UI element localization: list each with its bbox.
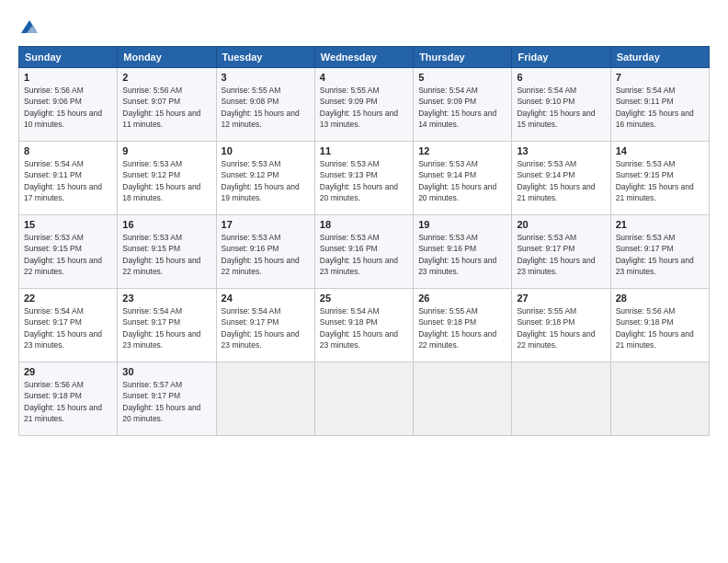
daylight-text: Daylight: 15 hours and 18 minutes. bbox=[122, 182, 200, 202]
day-info: Sunrise: 5:54 AM Sunset: 9:17 PM Dayligh… bbox=[122, 305, 210, 350]
calendar-cell: 25 Sunrise: 5:54 AM Sunset: 9:18 PM Dayl… bbox=[314, 289, 413, 362]
sunrise-text: Sunrise: 5:56 AM bbox=[616, 306, 676, 316]
weekday-header-saturday: Saturday bbox=[610, 47, 709, 68]
day-number: 4 bbox=[320, 72, 408, 83]
day-info: Sunrise: 5:54 AM Sunset: 9:17 PM Dayligh… bbox=[24, 305, 112, 350]
sunset-text: Sunset: 9:13 PM bbox=[320, 170, 378, 179]
day-info: Sunrise: 5:55 AM Sunset: 9:09 PM Dayligh… bbox=[320, 85, 408, 130]
daylight-text: Daylight: 15 hours and 23 minutes. bbox=[418, 256, 496, 276]
calendar-cell: 10 Sunrise: 5:53 AM Sunset: 9:12 PM Dayl… bbox=[216, 142, 314, 215]
sunrise-text: Sunrise: 5:53 AM bbox=[616, 159, 676, 168]
sunrise-text: Sunrise: 5:54 AM bbox=[320, 306, 380, 316]
sunrise-text: Sunrise: 5:57 AM bbox=[122, 380, 182, 389]
calendar-cell bbox=[414, 362, 512, 436]
sunset-text: Sunset: 9:15 PM bbox=[616, 170, 674, 179]
calendar-cell bbox=[610, 362, 709, 436]
daylight-text: Daylight: 15 hours and 20 minutes. bbox=[320, 182, 398, 202]
sunrise-text: Sunrise: 5:53 AM bbox=[222, 159, 281, 168]
day-number: 10 bbox=[222, 145, 310, 156]
calendar-cell: 3 Sunrise: 5:55 AM Sunset: 9:08 PM Dayli… bbox=[216, 68, 314, 142]
day-number: 24 bbox=[222, 293, 310, 304]
calendar-cell: 5 Sunrise: 5:54 AM Sunset: 9:09 PM Dayli… bbox=[414, 68, 512, 142]
calendar-week-row: 1 Sunrise: 5:56 AM Sunset: 9:06 PM Dayli… bbox=[19, 68, 710, 142]
daylight-text: Daylight: 15 hours and 20 minutes. bbox=[122, 403, 200, 423]
daylight-text: Daylight: 15 hours and 13 minutes. bbox=[320, 109, 398, 129]
day-info: Sunrise: 5:53 AM Sunset: 9:17 PM Dayligh… bbox=[517, 232, 605, 277]
calendar-week-row: 29 Sunrise: 5:56 AM Sunset: 9:18 PM Dayl… bbox=[19, 362, 710, 436]
logo bbox=[18, 17, 40, 37]
daylight-text: Daylight: 15 hours and 22 minutes. bbox=[222, 256, 300, 276]
day-number: 9 bbox=[122, 145, 210, 156]
sunset-text: Sunset: 9:16 PM bbox=[418, 244, 476, 253]
day-info: Sunrise: 5:53 AM Sunset: 9:16 PM Dayligh… bbox=[222, 232, 310, 277]
day-number: 29 bbox=[24, 366, 112, 377]
calendar-cell bbox=[216, 362, 314, 436]
calendar-cell: 8 Sunrise: 5:54 AM Sunset: 9:11 PM Dayli… bbox=[19, 142, 118, 215]
sunset-text: Sunset: 9:18 PM bbox=[24, 391, 82, 400]
day-info: Sunrise: 5:56 AM Sunset: 9:18 PM Dayligh… bbox=[616, 305, 704, 350]
sunset-text: Sunset: 9:17 PM bbox=[122, 317, 180, 327]
sunset-text: Sunset: 9:09 PM bbox=[418, 97, 476, 106]
day-info: Sunrise: 5:54 AM Sunset: 9:11 PM Dayligh… bbox=[24, 158, 112, 203]
sunset-text: Sunset: 9:12 PM bbox=[222, 170, 279, 179]
daylight-text: Daylight: 15 hours and 23 minutes. bbox=[222, 329, 300, 350]
sunset-text: Sunset: 9:18 PM bbox=[517, 317, 574, 327]
daylight-text: Daylight: 15 hours and 15 minutes. bbox=[517, 109, 595, 129]
sunset-text: Sunset: 9:14 PM bbox=[418, 170, 476, 179]
day-info: Sunrise: 5:55 AM Sunset: 9:18 PM Dayligh… bbox=[517, 305, 605, 350]
calendar-cell: 14 Sunrise: 5:53 AM Sunset: 9:15 PM Dayl… bbox=[610, 142, 709, 215]
daylight-text: Daylight: 15 hours and 10 minutes. bbox=[24, 109, 102, 129]
calendar-cell bbox=[314, 362, 413, 436]
sunset-text: Sunset: 9:17 PM bbox=[24, 317, 82, 327]
sunrise-text: Sunrise: 5:55 AM bbox=[517, 306, 576, 316]
weekday-header-thursday: Thursday bbox=[414, 47, 512, 68]
header bbox=[18, 17, 710, 37]
logo-icon bbox=[19, 17, 40, 37]
sunrise-text: Sunrise: 5:54 AM bbox=[122, 306, 182, 316]
sunrise-text: Sunrise: 5:53 AM bbox=[517, 159, 576, 168]
weekday-header-wednesday: Wednesday bbox=[314, 47, 413, 68]
daylight-text: Daylight: 15 hours and 23 minutes. bbox=[122, 329, 200, 350]
sunrise-text: Sunrise: 5:54 AM bbox=[418, 86, 478, 95]
daylight-text: Daylight: 15 hours and 22 minutes. bbox=[517, 329, 595, 350]
sunset-text: Sunset: 9:16 PM bbox=[320, 244, 378, 253]
calendar-cell: 1 Sunrise: 5:56 AM Sunset: 9:06 PM Dayli… bbox=[19, 68, 118, 142]
daylight-text: Daylight: 15 hours and 17 minutes. bbox=[24, 182, 102, 202]
sunset-text: Sunset: 9:12 PM bbox=[122, 170, 180, 179]
calendar-cell: 19 Sunrise: 5:53 AM Sunset: 9:16 PM Dayl… bbox=[414, 215, 512, 289]
day-number: 20 bbox=[517, 219, 605, 230]
weekday-header-friday: Friday bbox=[512, 47, 610, 68]
sunset-text: Sunset: 9:15 PM bbox=[24, 244, 82, 253]
sunset-text: Sunset: 9:17 PM bbox=[616, 244, 674, 253]
calendar-cell: 15 Sunrise: 5:53 AM Sunset: 9:15 PM Dayl… bbox=[19, 215, 118, 289]
daylight-text: Daylight: 15 hours and 22 minutes. bbox=[418, 329, 496, 350]
calendar-week-row: 8 Sunrise: 5:54 AM Sunset: 9:11 PM Dayli… bbox=[19, 142, 710, 215]
daylight-text: Daylight: 15 hours and 11 minutes. bbox=[122, 109, 200, 129]
day-number: 8 bbox=[24, 145, 112, 156]
sunrise-text: Sunrise: 5:56 AM bbox=[24, 380, 84, 389]
day-info: Sunrise: 5:56 AM Sunset: 9:18 PM Dayligh… bbox=[24, 379, 112, 424]
daylight-text: Daylight: 15 hours and 22 minutes. bbox=[24, 256, 102, 276]
daylight-text: Daylight: 15 hours and 21 minutes. bbox=[616, 329, 694, 350]
sunset-text: Sunset: 9:18 PM bbox=[418, 317, 476, 327]
day-number: 12 bbox=[418, 145, 506, 156]
calendar-week-row: 22 Sunrise: 5:54 AM Sunset: 9:17 PM Dayl… bbox=[19, 289, 710, 362]
day-number: 21 bbox=[616, 219, 704, 230]
day-number: 18 bbox=[320, 219, 408, 230]
calendar-cell: 30 Sunrise: 5:57 AM Sunset: 9:17 PM Dayl… bbox=[118, 362, 216, 436]
daylight-text: Daylight: 15 hours and 19 minutes. bbox=[222, 182, 300, 202]
calendar-cell: 23 Sunrise: 5:54 AM Sunset: 9:17 PM Dayl… bbox=[118, 289, 216, 362]
day-number: 19 bbox=[418, 219, 506, 230]
calendar-table: SundayMondayTuesdayWednesdayThursdayFrid… bbox=[18, 46, 710, 436]
day-number: 27 bbox=[517, 293, 605, 304]
calendar-page: SundayMondayTuesdayWednesdayThursdayFrid… bbox=[0, 0, 728, 563]
weekday-header-tuesday: Tuesday bbox=[216, 47, 314, 68]
weekday-row: SundayMondayTuesdayWednesdayThursdayFrid… bbox=[19, 47, 710, 68]
day-number: 2 bbox=[122, 72, 210, 83]
sunset-text: Sunset: 9:17 PM bbox=[222, 317, 279, 327]
sunset-text: Sunset: 9:17 PM bbox=[122, 391, 180, 400]
sunset-text: Sunset: 9:15 PM bbox=[122, 244, 180, 253]
sunset-text: Sunset: 9:18 PM bbox=[616, 317, 674, 327]
calendar-cell: 28 Sunrise: 5:56 AM Sunset: 9:18 PM Dayl… bbox=[610, 289, 709, 362]
sunset-text: Sunset: 9:16 PM bbox=[222, 244, 279, 253]
